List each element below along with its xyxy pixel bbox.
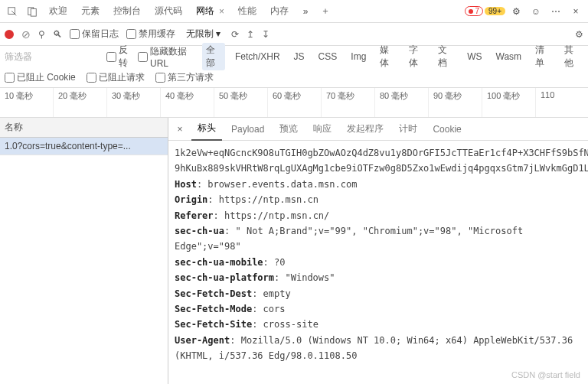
filter-type-media[interactable]: 媒体 [376, 43, 399, 70]
detail-tab-preview[interactable]: 预览 [273, 118, 304, 141]
filter-type-js[interactable]: JS [290, 50, 309, 63]
warnings-badge[interactable]: 99+ [485, 7, 505, 15]
menu-icon[interactable]: ⋯ [547, 2, 565, 21]
header-referer: Referer: https://ntp.msn.cn/ [175, 208, 582, 223]
timeline-tick: 100 毫秒 [482, 88, 536, 117]
filter-type-doc[interactable]: 文档 [434, 43, 457, 70]
header-origin: Origin: https://ntp.msn.cn [175, 192, 582, 207]
close-devtools-icon[interactable]: × [567, 2, 585, 21]
device-icon[interactable] [23, 2, 41, 21]
header-blob: 1k2eVw+eqNGcncK9O8uTGIH0gbZOwAOzQ4dZ8vu1… [175, 145, 582, 161]
tab-sources[interactable]: 源代码 [149, 0, 188, 23]
header-sec-ch-ua-mobile: sec-ch-ua-mobile: ?0 [175, 255, 582, 270]
timeline-tick: 80 毫秒 [375, 88, 429, 117]
add-tab-icon[interactable]: ＋ [316, 2, 335, 21]
header-blob: 9hKuBx889skVHRtW8rqLgUXAgMg1cbe9iOTFzw0g… [175, 161, 582, 176]
network-conditions-icon[interactable]: ⟳ [231, 29, 239, 40]
settings-gear-icon[interactable]: ⚙ [575, 29, 583, 40]
detail-tab-headers[interactable]: 标头 [191, 118, 222, 141]
preserve-log-checkbox[interactable]: 保留日志 [70, 28, 119, 41]
detail-tab-payload[interactable]: Payload [225, 118, 270, 141]
filter-type-img[interactable]: Img [347, 50, 370, 63]
errors-badge[interactable]: 7 [465, 6, 483, 16]
close-icon[interactable]: × [219, 6, 224, 17]
third-party-checkbox[interactable]: 第三方请求 [155, 71, 214, 84]
feedback-icon[interactable]: ☺ [527, 2, 545, 21]
tab-memory[interactable]: 内存 [264, 0, 295, 23]
filter-type-font[interactable]: 字体 [405, 43, 428, 70]
tab-console[interactable]: 控制台 [107, 0, 147, 23]
timeline-tick: 10 毫秒 [0, 88, 54, 117]
request-row[interactable]: 1.0?cors=true&content-type=... [0, 138, 168, 155]
clear-icon[interactable]: ⊘ [21, 28, 31, 41]
request-list: 名称 1.0?cors=true&content-type=... [0, 118, 168, 384]
timeline-tick: 110 [536, 88, 588, 117]
network-toolbar: ⊘ ⚲ 🔍︎ 保留日志 禁用缓存 无限制 ▾ ⟳ ↥ ↧ ⚙ [0, 23, 588, 46]
download-icon[interactable]: ↧ [262, 29, 270, 40]
timeline-tick: 40 毫秒 [161, 88, 214, 117]
filter-type-all[interactable]: 全部 [202, 43, 225, 70]
name-column-header[interactable]: 名称 [0, 118, 168, 138]
filter-type-ws[interactable]: WS [463, 50, 485, 63]
filter-input[interactable]: 筛选器 [5, 50, 100, 63]
tab-elements[interactable]: 元素 [75, 0, 106, 23]
disable-cache-checkbox[interactable]: 禁用缓存 [126, 28, 175, 41]
headers-content[interactable]: 1k2eVw+eqNGcncK9O8uTGIH0gbZOwAOzQ4dZ8vu1… [168, 141, 588, 384]
header-host: Host: browser.events.data.msn.com [175, 177, 582, 192]
detail-tab-timing[interactable]: 计时 [393, 118, 423, 141]
tab-welcome[interactable]: 欢迎 [43, 0, 74, 23]
timeline-tick: 20 毫秒 [54, 88, 107, 117]
close-detail-icon[interactable]: × [172, 124, 188, 135]
filter-toggle-icon[interactable]: ⚲ [38, 29, 45, 40]
invert-checkbox[interactable]: 反转 [106, 44, 132, 70]
timeline-tick: 70 毫秒 [322, 88, 375, 117]
split-pane: 名称 1.0?cors=true&content-type=... × 标头 P… [0, 118, 588, 384]
tab-network[interactable]: 网络× [190, 0, 230, 23]
tab-performance[interactable]: 性能 [232, 0, 263, 23]
filter-type-fetch[interactable]: Fetch/XHR [231, 50, 284, 63]
gear-icon[interactable]: ⚙ [507, 2, 525, 21]
filter-bar-2: 已阻止 Cookie 已阻止请求 第三方请求 [0, 67, 588, 87]
inspect-icon[interactable] [3, 2, 21, 21]
timeline-tick: 60 毫秒 [268, 88, 322, 117]
watermark: CSDN @start field [511, 370, 580, 379]
header-sec-ch-ua: sec-ch-ua: " Not A;Brand";v="99", "Chrom… [175, 223, 582, 255]
throttle-select[interactable]: 无限制 ▾ [183, 27, 224, 41]
record-button[interactable] [5, 30, 14, 39]
detail-tab-initiator[interactable]: 发起程序 [341, 118, 390, 141]
upload-icon[interactable]: ↥ [247, 29, 254, 40]
header-user-agent: User-Agent: Mozilla/5.0 (Windows NT 10.0… [175, 333, 582, 364]
timeline-tick: 90 毫秒 [429, 88, 482, 117]
header-sec-fetch-dest: Sec-Fetch-Dest: empty [175, 286, 582, 301]
timeline-tick: 50 毫秒 [214, 88, 268, 117]
more-tabs-icon[interactable]: » [296, 2, 315, 21]
svg-rect-2 [31, 8, 36, 16]
hide-data-url-checkbox[interactable]: 隐藏数据 URL [138, 45, 196, 69]
detail-tab-cookie[interactable]: Cookie [426, 118, 467, 141]
devtools-top-row: 欢迎 元素 控制台 源代码 网络× 性能 内存 » ＋ 7 99+ ⚙ ☺ ⋯ … [0, 0, 588, 23]
detail-tab-response[interactable]: 响应 [307, 118, 338, 141]
header-sec-fetch-site: Sec-Fetch-Site: cross-site [175, 317, 582, 332]
filter-type-css[interactable]: CSS [315, 50, 341, 63]
header-sec-fetch-mode: Sec-Fetch-Mode: cors [175, 301, 582, 317]
timeline-tick: 30 毫秒 [107, 88, 161, 117]
detail-pane: × 标头 Payload 预览 响应 发起程序 计时 Cookie 1k2eVw… [168, 118, 588, 384]
filter-bar: 筛选器 反转 隐藏数据 URL 全部 Fetch/XHR JS CSS Img … [0, 46, 588, 67]
filter-type-other[interactable]: 其他 [560, 43, 583, 70]
blocked-request-checkbox[interactable]: 已阻止请求 [87, 71, 145, 84]
search-icon[interactable]: 🔍︎ [53, 29, 62, 40]
blocked-cookie-checkbox[interactable]: 已阻止 Cookie [5, 71, 76, 84]
filter-type-manifest[interactable]: 清单 [531, 43, 554, 70]
timeline[interactable]: 10 毫秒 20 毫秒 30 毫秒 40 毫秒 50 毫秒 60 毫秒 70 毫… [0, 87, 588, 118]
header-sec-ch-ua-platform: sec-ch-ua-platform: "Windows" [175, 270, 582, 285]
filter-type-wasm[interactable]: Wasm [492, 50, 526, 63]
detail-tabs: × 标头 Payload 预览 响应 发起程序 计时 Cookie [168, 118, 588, 141]
